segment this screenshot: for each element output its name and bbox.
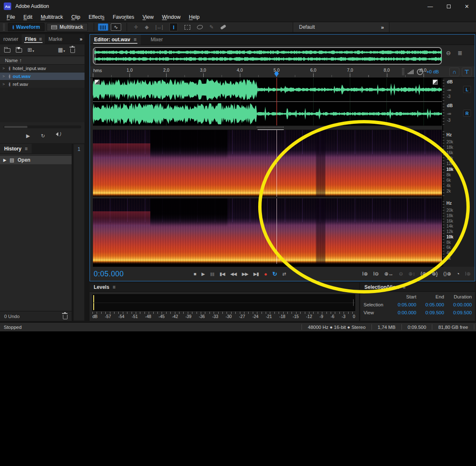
maximize-button[interactable] bbox=[439, 0, 458, 13]
waveform-view-button[interactable]: ||| Waveform bbox=[8, 23, 45, 31]
view-duration-value[interactable]: 0:09.500 bbox=[444, 310, 472, 315]
panel-menu-icon[interactable]: ≡ bbox=[39, 36, 42, 42]
time-selection-tool[interactable]: I bbox=[169, 23, 178, 31]
close-button[interactable]: ✕ bbox=[458, 0, 476, 13]
waveform-display-toggle[interactable]: ∿ bbox=[111, 23, 121, 31]
display-options-button[interactable]: ≣ bbox=[458, 50, 463, 56]
clip-gain-handle[interactable] bbox=[95, 80, 100, 85]
expander-icon[interactable]: > bbox=[2, 82, 6, 86]
playhead-line[interactable] bbox=[277, 130, 277, 197]
menu-item[interactable]: Edit bbox=[19, 14, 37, 20]
menu-item[interactable]: File bbox=[2, 14, 19, 20]
playhead-line[interactable] bbox=[277, 78, 277, 125]
import-file-button[interactable] bbox=[16, 47, 22, 53]
view-splitter[interactable] bbox=[93, 125, 442, 130]
auto-play-toggle[interactable] bbox=[56, 133, 58, 139]
panel-menu-icon[interactable]: ≡ bbox=[134, 37, 137, 43]
tab-markers[interactable]: Marke bbox=[45, 34, 65, 44]
zoom-button[interactable]: I⊕ bbox=[465, 271, 471, 277]
amplitude-scale-left[interactable]: dB -∞ -3 L bbox=[443, 78, 475, 102]
record-button[interactable]: ● bbox=[264, 271, 267, 277]
playhead-marker[interactable] bbox=[274, 72, 279, 78]
waveform-right-channel[interactable] bbox=[93, 102, 442, 125]
trash-icon[interactable] bbox=[63, 315, 67, 319]
stop-button[interactable]: ■ bbox=[194, 271, 196, 276]
workspace-switcher[interactable]: Default » bbox=[293, 22, 389, 32]
frequency-scale-left[interactable]: Hz 20k18k16k14k12k10k8k6k4k2k bbox=[443, 130, 475, 197]
amplitude-scale-right[interactable]: dB -∞ -3 R bbox=[443, 102, 475, 125]
headphone-monitor-button[interactable]: ∩ bbox=[449, 68, 459, 76]
playhead-line[interactable] bbox=[277, 198, 277, 264]
files-horizontal-scrollbar[interactable] bbox=[3, 125, 81, 128]
expander-icon[interactable]: > bbox=[2, 66, 6, 70]
panel-menu-icon[interactable]: ≡ bbox=[112, 284, 115, 290]
right-channel-badge[interactable]: R bbox=[463, 110, 471, 117]
selection-duration-value[interactable]: 0:00.000 bbox=[444, 302, 472, 307]
open-file-button[interactable] bbox=[4, 47, 10, 53]
panel-overflow-icon[interactable]: » bbox=[80, 36, 85, 42]
marquee-selection-tool[interactable] bbox=[184, 25, 190, 30]
delete-file-button[interactable] bbox=[70, 47, 75, 53]
history-item-open[interactable]: ▶ ▤ Open bbox=[0, 156, 72, 164]
play-button[interactable]: ▶ bbox=[202, 271, 204, 277]
menu-item[interactable]: Help bbox=[185, 14, 204, 20]
file-row-selected[interactable]: > ||| out.wav bbox=[0, 73, 85, 80]
zoom-button[interactable]: ⊕} bbox=[432, 271, 438, 277]
expander-icon[interactable]: > bbox=[2, 74, 6, 78]
spectrogram-left-channel[interactable] bbox=[93, 130, 442, 197]
preview-play-button[interactable]: ▶ bbox=[26, 133, 30, 139]
fast-forward-button[interactable]: ▶▶ bbox=[242, 271, 248, 277]
file-row[interactable]: > ||| hotel_input.wav bbox=[0, 65, 85, 73]
tab-history[interactable]: History≡ bbox=[0, 144, 32, 153]
level-meter[interactable] bbox=[92, 294, 355, 311]
zoom-button[interactable]: {⊕ bbox=[421, 271, 426, 277]
move-tool[interactable]: ✛ bbox=[134, 24, 138, 30]
files-name-header[interactable]: Name↑ bbox=[0, 57, 85, 65]
multitrack-view-button[interactable]: Multitrack bbox=[47, 23, 88, 31]
file-row[interactable]: > ||| ref.wav bbox=[0, 80, 85, 88]
frequency-scale-right[interactable]: Hz 20k18k16k14k12k10k8k6k4k2k bbox=[443, 198, 475, 264]
razor-tool[interactable]: ◆ bbox=[145, 24, 149, 30]
gain-value[interactable]: +0 dB bbox=[426, 69, 439, 74]
view-end-value[interactable]: 0:09.500 bbox=[416, 310, 444, 315]
slip-tool[interactable]: |↔| bbox=[155, 24, 163, 30]
selection-end-value[interactable]: 0:05.000 bbox=[416, 302, 444, 307]
panel-menu-icon[interactable]: ≡ bbox=[25, 146, 27, 152]
spot-healing-tool[interactable] bbox=[220, 26, 226, 28]
zoom-button[interactable]: ⊖ bbox=[399, 271, 403, 277]
selection-view-header[interactable]: Selection/View≡ bbox=[360, 283, 475, 292]
zoom-button[interactable]: I⊖ bbox=[373, 271, 379, 277]
waveform-left-channel[interactable] bbox=[93, 78, 442, 101]
rewind-button[interactable]: ◀◀ bbox=[230, 271, 237, 277]
skip-selection-button[interactable]: ⇄ bbox=[282, 271, 286, 277]
skip-to-start-button[interactable]: ▮◀ bbox=[219, 271, 225, 277]
left-channel-badge[interactable]: L bbox=[463, 86, 471, 93]
workspace-overflow-icon[interactable]: » bbox=[381, 24, 383, 30]
menu-item[interactable]: Window bbox=[158, 14, 184, 20]
time-display[interactable]: 0:05.000 bbox=[94, 270, 157, 278]
menu-item[interactable]: Favorites bbox=[109, 14, 138, 20]
export-media-button[interactable]: ▦▾ bbox=[58, 47, 65, 53]
panel-menu-icon[interactable]: ≡ bbox=[403, 284, 406, 290]
spectral-display-toggle[interactable] bbox=[98, 23, 108, 31]
menu-item[interactable]: View bbox=[138, 14, 158, 20]
selection-start-value[interactable]: 0:05.000 bbox=[389, 302, 416, 307]
tab-editor[interactable]: Editor: out.wav≡ bbox=[90, 35, 141, 45]
minimize-button[interactable]: — bbox=[421, 0, 439, 13]
menu-item[interactable]: Clip bbox=[67, 14, 85, 20]
zoom-button[interactable]: ◔ bbox=[456, 271, 459, 277]
waveform-display[interactable] bbox=[93, 78, 442, 125]
menu-item[interactable]: Multitrack bbox=[37, 14, 67, 20]
view-start-value[interactable]: 0:00.000 bbox=[389, 310, 416, 315]
level-meter-icon[interactable] bbox=[408, 69, 414, 74]
zoom-button[interactable]: ⊕↔ bbox=[384, 271, 394, 277]
scroll-grip[interactable] bbox=[402, 68, 404, 75]
spectrogram-right-channel[interactable] bbox=[93, 198, 442, 264]
pin-button[interactable]: ⊤ bbox=[462, 68, 472, 76]
tab-media-browser[interactable]: rowser bbox=[0, 34, 22, 44]
clip-gain-handle[interactable] bbox=[433, 80, 438, 85]
skip-to-end-button[interactable]: ▶▮ bbox=[254, 271, 259, 277]
zoom-button[interactable]: ⊕↕ bbox=[409, 271, 415, 277]
lasso-selection-tool[interactable] bbox=[197, 25, 203, 29]
menu-item[interactable]: Effects bbox=[85, 14, 109, 20]
